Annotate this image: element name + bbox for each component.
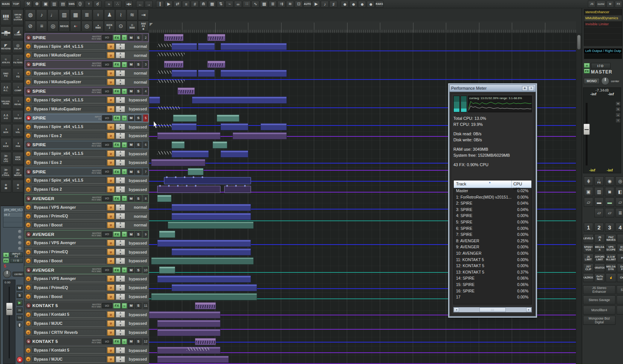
main-tab-button[interactable]: MAIN [1, 1, 11, 8]
media-item[interactable] [157, 320, 220, 327]
input-button[interactable]: IN [17, 307, 23, 313]
track-header-row[interactable]: a AVENGER MASTERRCV SND I/O FX ᴜ M S 10 [24, 266, 149, 275]
media-item[interactable] [171, 150, 209, 158]
track-header-row[interactable]: a AVENGER MASTERRCV SND I/O FX ᴜ M S 9 [24, 230, 149, 239]
mixer-fx-slot[interactable] [3, 217, 23, 222]
fx-name[interactable]: Bypass / Boost [32, 258, 106, 264]
ff-delay-button[interactable]: ◔ DELAY [12, 110, 23, 123]
fx-name[interactable]: Bypass / PrimeEQ [32, 284, 106, 291]
fx-power-icon[interactable]: o [26, 106, 31, 112]
media-item[interactable] [157, 132, 220, 139]
fx-bypass-button[interactable]: ᴜ [107, 311, 115, 318]
fx-bypass-button[interactable]: ᴜ [107, 329, 115, 336]
fx-envelope-button[interactable]: ∧ ▾ [116, 52, 125, 58]
mixer-icon[interactable]: ⋕ [584, 176, 593, 186]
vscrollbar-thumb[interactable] [577, 35, 581, 50]
media-item[interactable] [157, 186, 220, 193]
ff-comp-button[interactable]: ◔ COMP [12, 82, 23, 95]
track-solo-button[interactable]: S [135, 231, 141, 237]
envelope-line[interactable] [149, 79, 576, 80]
fx-power-icon[interactable]: o [26, 53, 31, 58]
fx-power-icon[interactable]: o [26, 151, 31, 156]
fx-bypass-button[interactable]: ᴜ [107, 240, 115, 246]
fx-power-icon[interactable]: o [26, 187, 31, 192]
paz-waves-button[interactable]: PAZ WAVES [606, 234, 616, 243]
media-item[interactable] [220, 150, 248, 158]
fx-envelope-button[interactable]: ∧ ▾ [116, 249, 125, 255]
fx-bypass-button[interactable]: ᴜ [107, 159, 115, 166]
fx-name[interactable]: Bypass / Eos 2 [32, 186, 106, 193]
input-fx-button[interactable]: INPUT FX [10, 252, 23, 257]
track-fx-power-button[interactable]: ᴜ [122, 231, 127, 237]
record-arm-icon[interactable]: a [26, 115, 31, 121]
fx-power-icon[interactable]: o [26, 312, 31, 317]
fx-bypass-button[interactable]: ᴜ [107, 79, 115, 85]
guitar-icon[interactable]: ♩ [47, 9, 58, 20]
media-item[interactable] [171, 70, 197, 77]
fx-lane-row[interactable]: o Bypass / Spire_x64_v1.1.5 ᴜ ∧ ▾ bypass… [24, 149, 149, 158]
table-row[interactable]: 5: SPIRE 0.00% [454, 219, 531, 226]
fx-lane-row[interactable]: o Bypass / Kontakt 5 ᴜ ∧ ▾ bypassed [24, 310, 149, 319]
screenset-4-icon[interactable]: ☻ [367, 1, 375, 8]
media-item[interactable] [198, 43, 215, 50]
fx-lane-row[interactable]: o Bypass / PrimeEQ ᴜ ∧ ▾ normal [24, 212, 149, 221]
media-item[interactable] [233, 132, 287, 139]
monitor-icon[interactable]: ◎ [615, 176, 623, 186]
media-item[interactable] [192, 96, 287, 104]
track-mute-button[interactable]: M [128, 169, 134, 174]
fx-power-icon[interactable]: o [26, 294, 31, 299]
fx-name[interactable]: Bypass / Spire_x64_v1.1.5 [32, 124, 106, 130]
snap-magnet-icon[interactable]: ⋒ [199, 1, 207, 8]
kratos-button[interactable]: KRATOS [594, 263, 605, 272]
fx-lane-row[interactable]: o Bypass / VPS Avenger ᴜ ∧ ▾ bypassed [24, 239, 149, 248]
toolbar-right-button[interactable]: M [606, 1, 614, 8]
fx-name[interactable]: Bypass / MAutoEqualizer [32, 52, 106, 58]
fx-power-icon[interactable]: o [26, 178, 31, 183]
fx-envelope-button[interactable]: ∧ ▾ [116, 70, 125, 76]
reverb-button[interactable]: ◤ REVERB [0, 40, 11, 53]
ff-eq-button[interactable]: ◔ EQ [12, 68, 23, 81]
region-play-icon[interactable]: ▶ [165, 1, 173, 8]
mixer-fx-slot[interactable] [3, 222, 23, 227]
fx-envelope-button[interactable]: ∧ ▾ [116, 124, 125, 130]
dynamics-icon[interactable]: ≋ [127, 9, 138, 20]
fx-bypass-button[interactable]: ᴜ [107, 97, 115, 103]
record-arm-icon[interactable]: a [26, 303, 31, 308]
eq-button[interactable]: ▂▅▃ EQ [0, 26, 11, 39]
fx-envelope-button[interactable]: ∧ ▾ [116, 329, 125, 336]
list2-icon[interactable]: ≣ [615, 208, 623, 217]
track-mute-button[interactable]: M [128, 89, 134, 94]
stereo-savage-button[interactable]: Stereo Savage [583, 295, 615, 304]
media-item[interactable] [260, 123, 287, 130]
media-item[interactable] [157, 356, 229, 363]
fx-name[interactable]: Bypass / Eos 2 [32, 159, 106, 166]
fx-bypass-button[interactable]: ᴜ [107, 106, 115, 112]
track-fx-button[interactable]: FX [113, 89, 121, 94]
fx-bypass-button[interactable]: ᴜ [107, 249, 115, 255]
media-item[interactable] [168, 222, 254, 229]
fx-power-icon[interactable]: o [26, 330, 31, 335]
record-arm-icon[interactable]: a [26, 142, 31, 147]
media-item[interactable] [171, 141, 185, 148]
media-item[interactable] [157, 240, 251, 247]
screen-icon[interactable]: ◧ [615, 187, 623, 196]
jst-clip-button[interactable]: JST CLIP [583, 263, 594, 272]
mongoose-button[interactable]: Mongoose Boz Digital [583, 316, 615, 325]
fx-power-icon[interactable]: o [26, 258, 31, 263]
track-solo-button[interactable]: S [135, 62, 141, 67]
ave-button[interactable]: A≡ [70, 21, 81, 32]
table-row[interactable]: 6: SPIRE 0.00% [454, 226, 531, 232]
media-item[interactable] [220, 123, 248, 130]
column-track[interactable]: Track [454, 180, 512, 188]
fx-lane-row[interactable]: o Bypass / MJUC ᴜ ∧ ▾ bypassed [24, 355, 149, 364]
channel-strip-icon[interactable]: ▥ [594, 187, 604, 196]
screenset-number-button[interactable]: 2 [594, 223, 604, 232]
table-row[interactable]: 8: AVENGER 0.25% [454, 238, 531, 245]
table-header[interactable]: Track ▲ CPU use [454, 180, 531, 188]
track-fx-button[interactable]: FX [113, 267, 121, 273]
track-header-row[interactable]: a SPIRE MASTERRCV SND I/O FX ᴜ M S 6 [24, 141, 149, 150]
table-row[interactable]: 1: ForRetroRec(MIDI) v20151... 0.00% [454, 194, 531, 201]
fx-lane-row[interactable]: o Bypass / VPS Avenger ᴜ ∧ ▾ bypassed [24, 274, 149, 283]
melda-a-button[interactable]: MELDA A [594, 244, 605, 253]
pi-button[interactable]: PI [617, 254, 623, 263]
